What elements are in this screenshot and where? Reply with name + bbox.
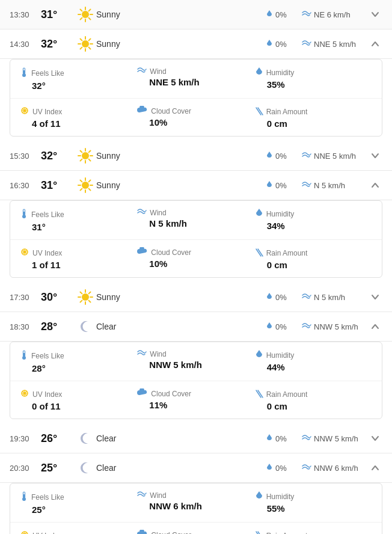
detail-wind: Wind NNE 5 km/h xyxy=(137,67,254,91)
row-condition: Clear xyxy=(96,434,162,443)
svg-point-38 xyxy=(82,182,89,189)
detail-wind: Wind N 5 km/h xyxy=(137,208,254,232)
row-time: 18:30 xyxy=(10,322,41,331)
detail-feels-like: Feels Like 28° xyxy=(20,349,137,373)
rain-amount-value: 0 cm xyxy=(267,118,372,129)
weather-row[interactable]: 17:30 30° Sunny 0% N 5 km/h xyxy=(0,283,392,312)
row-condition: Sunny xyxy=(96,292,162,302)
detail-feels-like: Feels Like 31° xyxy=(20,208,137,232)
uv-value: 4 of 11 xyxy=(32,118,137,129)
detail-uv: UV Index 4 of 11 xyxy=(20,106,137,129)
detail-feels-like: Feels Like 32° xyxy=(20,67,137,91)
thermometer-icon xyxy=(20,208,28,221)
wind-detail-icon xyxy=(137,67,147,76)
svg-line-15 xyxy=(89,48,91,49)
row-temp: 32° xyxy=(41,38,75,51)
weather-icon xyxy=(75,430,96,447)
weather-row[interactable]: 18:30 28° Clear 0% NNW 5 km/h xyxy=(0,312,392,342)
uv-icon xyxy=(20,388,29,400)
feels-like-value: 28° xyxy=(32,363,137,373)
row-temp: 32° xyxy=(41,150,75,162)
rain-slash-icon xyxy=(255,530,263,534)
row-rain: 0% xyxy=(266,292,302,302)
wind-value: NNE 5 km/h xyxy=(149,77,254,87)
droplet-icon xyxy=(255,67,263,78)
wind-value: NNW 5 km/h xyxy=(149,360,254,370)
rain-slash-icon xyxy=(255,388,263,400)
rain-drop-icon xyxy=(266,180,273,191)
svg-line-6 xyxy=(89,18,91,20)
row-condition: Clear xyxy=(96,322,162,331)
thermometer-icon xyxy=(20,349,28,362)
row-rain: 0% xyxy=(266,434,302,444)
weather-row[interactable]: 16:30 31° Sunny 0% N 5 km/h xyxy=(0,171,392,200)
svg-point-9 xyxy=(82,40,89,48)
svg-line-14 xyxy=(81,39,82,41)
expand-chevron[interactable] xyxy=(368,322,382,331)
svg-line-35 xyxy=(89,159,91,161)
wind-value: NNW 6 km/h xyxy=(149,501,254,511)
row-wind: NNE 5 km/h xyxy=(302,152,368,161)
detail-panel: Feels Like 32° Wind NNE 5 km/h xyxy=(10,59,382,137)
expand-chevron[interactable] xyxy=(368,434,382,443)
weather-row[interactable]: 19:30 26° Clear 0% NNW 5 km/h xyxy=(0,424,392,453)
row-time: 15:30 xyxy=(10,152,41,161)
svg-line-65 xyxy=(89,292,91,294)
thermometer-icon xyxy=(20,491,28,503)
detail-row-bottom: UV Index 0 of 11 Cloud Cover 11% xyxy=(10,523,382,534)
detail-cloud: Cloud Cover 11% xyxy=(137,388,254,411)
expand-chevron[interactable] xyxy=(368,151,382,161)
detail-rain-amount: Rain Amount 0 cm xyxy=(255,388,372,411)
weather-icon xyxy=(75,289,96,305)
weather-row[interactable]: 14:30 32° Sunny 0% NNE 5 km/h xyxy=(0,29,392,59)
expand-chevron[interactable] xyxy=(368,463,382,473)
weather-icon xyxy=(75,6,96,23)
expand-chevron[interactable] xyxy=(368,39,382,49)
expand-chevron[interactable] xyxy=(368,10,382,19)
rain-drop-icon xyxy=(266,434,273,444)
svg-point-29 xyxy=(82,152,89,159)
svg-line-63 xyxy=(81,292,82,294)
weather-icon xyxy=(75,177,96,194)
cloud-icon xyxy=(137,388,148,399)
humidity-value: 55% xyxy=(267,503,372,514)
detail-uv: UV Index 1 of 11 xyxy=(20,247,137,270)
row-wind: NE 6 km/h xyxy=(302,10,368,19)
expand-chevron[interactable] xyxy=(368,180,382,190)
humidity-value: 35% xyxy=(267,79,372,90)
svg-point-20 xyxy=(22,73,26,77)
detail-row-top: Feels Like 28° Wind NNW 5 km/h xyxy=(10,342,382,381)
row-rain: 0% xyxy=(266,180,302,191)
rain-slash-icon xyxy=(255,106,263,117)
feels-like-value: 25° xyxy=(32,505,137,515)
weather-row[interactable]: 20:30 25° Clear 0% NNW 6 km/h xyxy=(0,453,392,483)
detail-row-bottom: UV Index 4 of 11 Cloud Cover 10% xyxy=(10,99,382,136)
weather-row[interactable]: 15:30 32° Sunny 0% NNE 5 km/h xyxy=(0,141,392,171)
wind-icon xyxy=(302,152,311,161)
svg-line-43 xyxy=(81,180,82,182)
uv-icon xyxy=(20,247,29,259)
detail-wind: Wind NNW 6 km/h xyxy=(137,491,254,515)
wind-detail-icon xyxy=(137,208,147,217)
weather-row[interactable]: 13:30 31° Sunny 0% NE 6 km/h xyxy=(0,0,392,29)
expand-chevron[interactable] xyxy=(368,292,382,302)
cloud-value: 10% xyxy=(149,117,254,127)
rain-amount-value: 0 cm xyxy=(267,401,372,411)
wind-icon xyxy=(302,464,311,473)
droplet-icon xyxy=(255,491,263,502)
row-rain: 0% xyxy=(266,10,302,20)
rain-drop-icon xyxy=(266,463,273,473)
row-condition: Sunny xyxy=(96,39,162,49)
svg-line-36 xyxy=(89,151,91,153)
droplet-icon xyxy=(255,349,263,361)
row-temp: 28° xyxy=(41,321,75,333)
row-time: 19:30 xyxy=(10,434,41,443)
row-wind: NNE 5 km/h xyxy=(302,40,368,49)
svg-line-88 xyxy=(258,532,263,534)
detail-row-bottom: UV Index 0 of 11 Cloud Cover 11% xyxy=(10,381,382,419)
detail-cloud: Cloud Cover 11% xyxy=(137,530,254,534)
detail-panel: Feels Like 25° Wind NNW 6 km/h xyxy=(10,483,382,534)
feels-like-value: 31° xyxy=(32,222,137,232)
cloud-icon xyxy=(137,530,148,534)
wind-icon xyxy=(302,181,311,190)
